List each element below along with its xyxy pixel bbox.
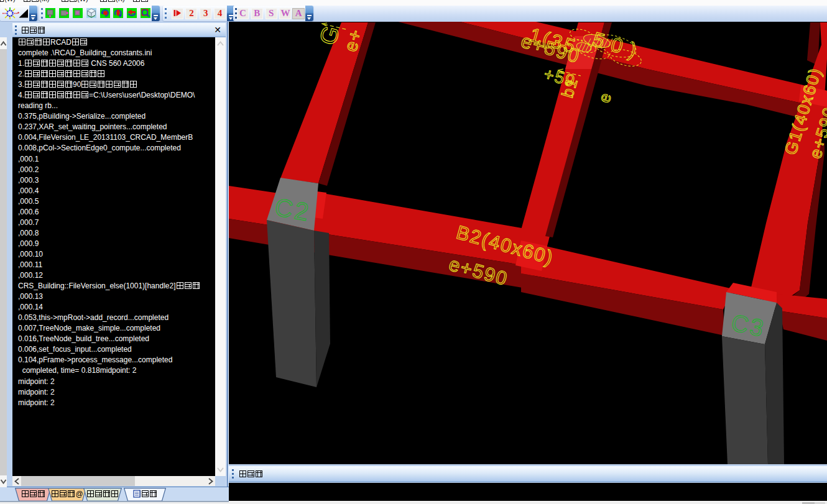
svg-text:e: e xyxy=(594,89,616,105)
